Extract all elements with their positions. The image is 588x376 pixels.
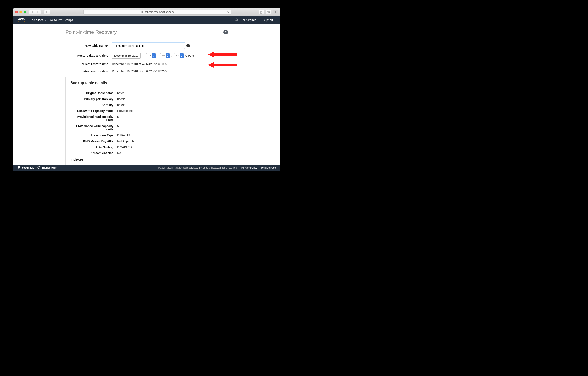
share-button[interactable] [259,10,264,14]
rw-mode: Provisioned [117,109,133,112]
region-selector[interactable]: N. Virginia▾ [243,18,259,22]
svg-rect-4 [267,11,269,13]
new-table-name-label: New table name* [65,44,112,47]
restore-second-stepper[interactable]: 42 ▲▼ [174,53,184,58]
notifications-button[interactable] [235,18,239,22]
speech-icon [18,166,21,169]
kms-arn: Not Applicable [117,140,136,143]
lock-icon [141,10,143,13]
latest-restore-value: December 18, 2018 at 4:56:42 PM UTC-5 [112,70,228,73]
address-bar[interactable]: console.aws.amazon.com [84,10,231,15]
backup-details-panel: Backup table details Original table name… [65,77,228,165]
new-table-name-input[interactable] [112,43,185,49]
svg-rect-0 [46,11,48,13]
latest-restore-label: Latest restore date [65,70,112,73]
copyright-text: © 2008 - 2018, Amazon Web Services, Inc.… [158,166,238,169]
write-capacity: 5 [117,124,119,131]
original-table-name: notes [117,91,124,95]
auto-scaling: DISABLED [117,145,132,149]
back-button[interactable] [29,10,35,14]
language-selector[interactable]: English (US) [37,166,56,169]
earliest-restore-label: Earliest restore date [65,62,112,66]
page-content: Point-in-time Recovery ? New table name*… [13,24,281,165]
encryption-type: DEFAULT [117,134,130,137]
reload-button[interactable] [227,10,230,14]
feedback-link[interactable]: Feedback [18,166,34,169]
primary-partition-key: userId [117,97,126,101]
aws-smile-icon [18,21,25,23]
timezone-label: UTC-5 [185,54,194,57]
privacy-policy-link[interactable]: Privacy Policy [242,166,257,169]
window-controls [15,11,26,13]
globe-icon [37,166,40,169]
annotation-arrow [208,52,237,57]
browser-titlebar: console.aws.amazon.com + [13,8,281,16]
aws-global-header: aws Services▾ Resource Groups▾ N. Virgin… [13,16,281,24]
restore-date-picker[interactable]: December 18, 2018 [112,53,141,59]
annotation-arrow [208,62,237,68]
info-icon[interactable]: i [187,44,190,47]
terms-of-use-link[interactable]: Terms of Use [261,166,276,169]
support-menu[interactable]: Support▾ [263,18,275,22]
restore-minute-stepper[interactable]: 56 ▲▼ [160,53,170,58]
minimize-window-button[interactable] [20,11,22,13]
new-tab-button[interactable]: + [273,10,278,14]
sort-key: noteId [117,103,126,107]
maximize-window-button[interactable] [24,11,26,13]
forward-button[interactable] [35,10,41,14]
read-capacity: 5 [117,115,119,122]
page-title: Point-in-time Recovery [65,29,223,35]
indexes-heading: Indexes [70,157,223,162]
aws-footer: Feedback English (US) © 2008 - 2018, Ama… [13,165,281,171]
help-button[interactable]: ? [223,30,228,34]
restore-hour-stepper[interactable]: 16 ▲▼ [146,53,156,58]
bell-icon [235,18,239,22]
restore-datetime-label: Restore date and time [65,54,112,57]
svg-rect-2 [142,11,143,13]
tabs-button[interactable] [266,10,271,14]
resource-groups-menu[interactable]: Resource Groups▾ [50,18,76,22]
stream-enabled: No [117,151,121,155]
aws-logo[interactable]: aws [18,18,25,23]
url-host: console.aws.amazon.com [145,11,174,13]
close-window-button[interactable] [15,11,18,13]
browser-window: console.aws.amazon.com + aws Services▾ R… [13,8,281,171]
svg-rect-5 [268,11,270,13]
sidebar-toggle-button[interactable] [44,10,50,14]
services-menu[interactable]: Services▾ [32,18,46,22]
panel-title: Backup table details [70,81,223,88]
